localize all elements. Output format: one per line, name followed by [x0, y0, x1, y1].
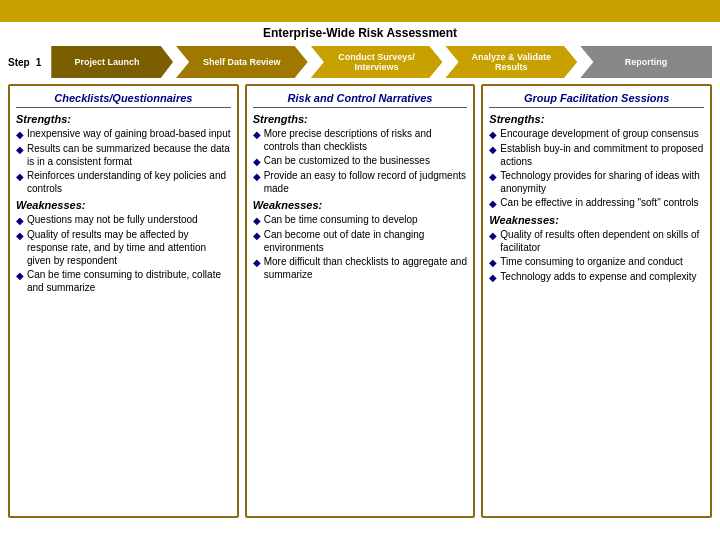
checklists-strengths-title: Strengths: [16, 113, 231, 125]
bullet-diamond-icon: ◆ [16, 229, 24, 242]
narratives-weaknesses-title: Weaknesses: [253, 199, 468, 211]
page-title: Enterprise-Wide Risk Assessment [263, 26, 457, 40]
facilitation-strengths-title: Strengths: [489, 113, 704, 125]
checklists-weakness-2: ◆ Quality of results may be affected by … [16, 228, 231, 267]
narratives-strength-3: ◆ Provide an easy to follow record of ju… [253, 169, 468, 195]
step-number: 1 [36, 57, 42, 68]
panel-narratives-header: Risk and Control Narratives [253, 92, 468, 108]
bullet-diamond-icon: ◆ [16, 269, 24, 282]
bullet-diamond-icon: ◆ [489, 197, 497, 210]
narratives-strength-2: ◆ Can be customized to the businesses [253, 154, 468, 168]
checklists-strength-1-text: Inexpensive way of gaining broad-based i… [27, 127, 230, 140]
bullet-diamond-icon: ◆ [16, 214, 24, 227]
step-conduct-surveys: Conduct Surveys/ Interviews [311, 46, 443, 78]
bullet-diamond-icon: ◆ [489, 256, 497, 269]
facilitation-weakness-2: ◆ Time consuming to organize and conduct [489, 255, 704, 269]
facilitation-weaknesses-title: Weaknesses: [489, 214, 704, 226]
narratives-strength-3-text: Provide an easy to follow record of judg… [264, 169, 468, 195]
bullet-diamond-icon: ◆ [253, 155, 261, 168]
narratives-weakness-3-text: More difficult than checklists to aggreg… [264, 255, 468, 281]
panel-facilitation: Group Facilitation Sessions Strengths: ◆… [481, 84, 712, 518]
panel-checklists: Checklists/Questionnaires Strengths: ◆ I… [8, 84, 239, 518]
checklists-strength-1: ◆ Inexpensive way of gaining broad-based… [16, 127, 231, 141]
checklists-strength-3-text: Reinforces understanding of key policies… [27, 169, 231, 195]
facilitation-strength-1-text: Encourage development of group consensus [500, 127, 698, 140]
facilitation-weakness-1: ◆ Quality of results often dependent on … [489, 228, 704, 254]
bullet-diamond-icon: ◆ [489, 271, 497, 284]
bullet-diamond-icon: ◆ [253, 170, 261, 183]
checklists-strength-2: ◆ Results can be summarized because the … [16, 142, 231, 168]
step-project-launch: Project Launch [51, 46, 173, 78]
facilitation-strength-1: ◆ Encourage development of group consens… [489, 127, 704, 141]
facilitation-weakness-2-text: Time consuming to organize and conduct [500, 255, 683, 268]
checklists-strength-3: ◆ Reinforces understanding of key polici… [16, 169, 231, 195]
facilitation-strength-3-text: Technology provides for sharing of ideas… [500, 169, 704, 195]
facilitation-weakness-3: ◆ Technology adds to expense and complex… [489, 270, 704, 284]
step-shelf-data: Shelf Data Review [176, 46, 308, 78]
checklists-strength-2-text: Results can be summarized because the da… [27, 142, 231, 168]
top-bar [0, 0, 720, 22]
bullet-diamond-icon: ◆ [253, 256, 261, 269]
bullet-diamond-icon: ◆ [253, 128, 261, 141]
facilitation-weakness-3-text: Technology adds to expense and complexit… [500, 270, 696, 283]
narratives-strength-2-text: Can be customized to the businesses [264, 154, 430, 167]
narratives-strength-1: ◆ More precise descriptions of risks and… [253, 127, 468, 153]
panel-checklists-header: Checklists/Questionnaires [16, 92, 231, 108]
step-analyze-validate: Analyze & Validate Results [445, 46, 577, 78]
checklists-weakness-1: ◆ Questions may not be fully understood [16, 213, 231, 227]
narratives-strengths-title: Strengths: [253, 113, 468, 125]
narratives-weakness-2-text: Can become out of date in changing envir… [264, 228, 468, 254]
bullet-diamond-icon: ◆ [489, 143, 497, 156]
narratives-weakness-3: ◆ More difficult than checklists to aggr… [253, 255, 468, 281]
facilitation-strength-4-text: Can be effective in addressing "soft" co… [500, 196, 698, 209]
facilitation-strength-2-text: Establish buy-in and commitment to propo… [500, 142, 704, 168]
bullet-diamond-icon: ◆ [253, 229, 261, 242]
bullet-diamond-icon: ◆ [489, 229, 497, 242]
panel-narratives: Risk and Control Narratives Strengths: ◆… [245, 84, 476, 518]
facilitation-strength-2: ◆ Establish buy-in and commitment to pro… [489, 142, 704, 168]
bullet-diamond-icon: ◆ [489, 128, 497, 141]
step-reporting: Reporting [580, 46, 712, 78]
bullet-diamond-icon: ◆ [16, 143, 24, 156]
title-section: Enterprise-Wide Risk Assessment [0, 22, 720, 42]
facilitation-strength-3: ◆ Technology provides for sharing of ide… [489, 169, 704, 195]
checklists-weaknesses-title: Weaknesses: [16, 199, 231, 211]
bullet-diamond-icon: ◆ [253, 214, 261, 227]
checklists-weakness-1-text: Questions may not be fully understood [27, 213, 198, 226]
narratives-weakness-1: ◆ Can be time consuming to develop [253, 213, 468, 227]
checklists-weakness-3: ◆ Can be time consuming to distribute, c… [16, 268, 231, 294]
facilitation-strength-4: ◆ Can be effective in addressing "soft" … [489, 196, 704, 210]
narratives-weakness-2: ◆ Can become out of date in changing env… [253, 228, 468, 254]
panel-facilitation-header: Group Facilitation Sessions [489, 92, 704, 108]
bullet-diamond-icon: ◆ [16, 170, 24, 183]
checklists-weakness-3-text: Can be time consuming to distribute, col… [27, 268, 231, 294]
bullet-diamond-icon: ◆ [489, 170, 497, 183]
narratives-strength-1-text: More precise descriptions of risks and c… [264, 127, 468, 153]
bullet-diamond-icon: ◆ [16, 128, 24, 141]
checklists-weakness-2-text: Quality of results may be affected by re… [27, 228, 231, 267]
step-label: Step [8, 57, 30, 68]
facilitation-weakness-1-text: Quality of results often dependent on sk… [500, 228, 704, 254]
narratives-weakness-1-text: Can be time consuming to develop [264, 213, 418, 226]
